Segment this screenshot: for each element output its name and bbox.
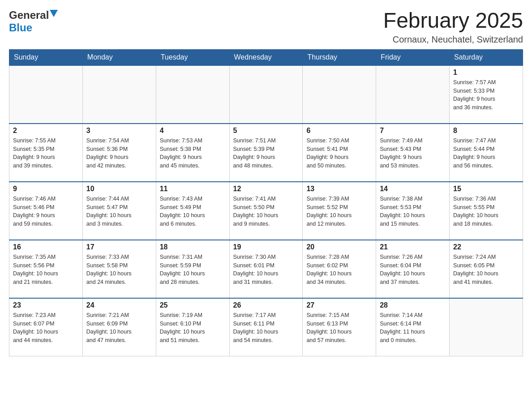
day-number: 26 (233, 301, 299, 309)
day-number: 25 (160, 301, 226, 309)
week-row-1: 1Sunrise: 7:57 AM Sunset: 5:33 PM Daylig… (9, 65, 523, 124)
day-of-week-header-friday: Friday (376, 49, 450, 65)
day-number: 5 (233, 127, 299, 135)
calendar-cell (82, 65, 156, 124)
calendar-cell (303, 65, 376, 124)
calendar-cell (156, 65, 229, 124)
day-number: 7 (380, 127, 446, 135)
day-info: Sunrise: 7:50 AM Sunset: 5:41 PM Dayligh… (306, 137, 372, 170)
day-number: 12 (233, 185, 299, 193)
day-number: 21 (380, 243, 446, 251)
calendar-cell: 12Sunrise: 7:41 AM Sunset: 5:50 PM Dayli… (229, 182, 303, 240)
title-section: February 2025 Cornaux, Neuchatel, Switze… (383, 9, 523, 45)
day-info: Sunrise: 7:35 AM Sunset: 5:56 PM Dayligh… (13, 253, 79, 287)
day-info: Sunrise: 7:31 AM Sunset: 5:59 PM Dayligh… (160, 253, 226, 287)
day-number: 24 (86, 301, 152, 309)
day-info: Sunrise: 7:41 AM Sunset: 5:50 PM Dayligh… (233, 195, 299, 228)
location-text: Cornaux, Neuchatel, Switzerland (383, 34, 523, 45)
day-of-week-header-tuesday: Tuesday (156, 49, 229, 65)
day-number: 6 (306, 127, 372, 135)
calendar-cell: 27Sunrise: 7:15 AM Sunset: 6:13 PM Dayli… (303, 298, 376, 356)
day-info: Sunrise: 7:33 AM Sunset: 5:58 PM Dayligh… (86, 253, 152, 287)
day-info: Sunrise: 7:51 AM Sunset: 5:39 PM Dayligh… (233, 137, 299, 170)
day-info: Sunrise: 7:39 AM Sunset: 5:52 PM Dayligh… (306, 195, 372, 228)
calendar-cell (229, 65, 303, 124)
day-info: Sunrise: 7:30 AM Sunset: 6:01 PM Dayligh… (233, 253, 299, 287)
calendar-cell: 17Sunrise: 7:33 AM Sunset: 5:58 PM Dayli… (82, 240, 156, 298)
calendar-cell: 22Sunrise: 7:24 AM Sunset: 6:05 PM Dayli… (450, 240, 523, 298)
week-row-5: 23Sunrise: 7:23 AM Sunset: 6:07 PM Dayli… (9, 298, 523, 356)
day-info: Sunrise: 7:46 AM Sunset: 5:46 PM Dayligh… (13, 195, 79, 228)
day-info: Sunrise: 7:53 AM Sunset: 5:38 PM Dayligh… (160, 137, 226, 170)
day-info: Sunrise: 7:26 AM Sunset: 6:04 PM Dayligh… (380, 253, 446, 287)
day-number: 1 (453, 68, 519, 77)
calendar-cell: 9Sunrise: 7:46 AM Sunset: 5:46 PM Daylig… (9, 182, 83, 240)
day-number: 16 (13, 243, 79, 251)
calendar-cell (9, 65, 83, 124)
logo-blue-text: Blue (9, 21, 32, 34)
day-number: 23 (13, 301, 79, 309)
day-number: 10 (86, 185, 152, 193)
day-number: 20 (306, 243, 372, 251)
calendar-cell: 19Sunrise: 7:30 AM Sunset: 6:01 PM Dayli… (229, 240, 303, 298)
page-header: General Blue February 2025 Cornaux, Neuc… (9, 9, 523, 45)
day-info: Sunrise: 7:14 AM Sunset: 6:14 PM Dayligh… (380, 311, 446, 345)
calendar-cell: 13Sunrise: 7:39 AM Sunset: 5:52 PM Dayli… (303, 182, 376, 240)
calendar-cell: 10Sunrise: 7:44 AM Sunset: 5:47 PM Dayli… (82, 182, 156, 240)
calendar-cell: 15Sunrise: 7:36 AM Sunset: 5:55 PM Dayli… (450, 182, 523, 240)
calendar-cell (450, 298, 523, 356)
day-number: 22 (453, 243, 519, 251)
day-number: 13 (306, 185, 372, 193)
day-number: 28 (380, 301, 446, 309)
day-info: Sunrise: 7:49 AM Sunset: 5:43 PM Dayligh… (380, 137, 446, 170)
calendar-cell: 2Sunrise: 7:55 AM Sunset: 5:35 PM Daylig… (9, 124, 83, 182)
week-row-3: 9Sunrise: 7:46 AM Sunset: 5:46 PM Daylig… (9, 182, 523, 240)
calendar-cell: 16Sunrise: 7:35 AM Sunset: 5:56 PM Dayli… (9, 240, 83, 298)
day-of-week-header-wednesday: Wednesday (229, 49, 303, 65)
logo-general-text: General (9, 9, 49, 21)
day-of-week-header-saturday: Saturday (450, 49, 523, 65)
day-info: Sunrise: 7:44 AM Sunset: 5:47 PM Dayligh… (86, 195, 152, 228)
calendar-table: SundayMondayTuesdayWednesdayThursdayFrid… (9, 49, 523, 357)
calendar-cell: 26Sunrise: 7:17 AM Sunset: 6:11 PM Dayli… (229, 298, 303, 356)
calendar-cell (376, 65, 450, 124)
day-info: Sunrise: 7:54 AM Sunset: 5:36 PM Dayligh… (86, 137, 152, 170)
day-info: Sunrise: 7:47 AM Sunset: 5:44 PM Dayligh… (453, 137, 519, 170)
calendar-cell: 20Sunrise: 7:28 AM Sunset: 6:02 PM Dayli… (303, 240, 376, 298)
day-number: 27 (306, 301, 372, 309)
day-info: Sunrise: 7:28 AM Sunset: 6:02 PM Dayligh… (306, 253, 372, 287)
calendar-cell: 23Sunrise: 7:23 AM Sunset: 6:07 PM Dayli… (9, 298, 83, 356)
calendar-cell: 5Sunrise: 7:51 AM Sunset: 5:39 PM Daylig… (229, 124, 303, 182)
calendar-cell: 14Sunrise: 7:38 AM Sunset: 5:53 PM Dayli… (376, 182, 450, 240)
calendar-cell: 1Sunrise: 7:57 AM Sunset: 5:33 PM Daylig… (450, 65, 523, 124)
logo: General Blue (9, 9, 58, 34)
logo-arrow-icon (50, 10, 58, 20)
calendar-cell: 8Sunrise: 7:47 AM Sunset: 5:44 PM Daylig… (450, 124, 523, 182)
day-info: Sunrise: 7:38 AM Sunset: 5:53 PM Dayligh… (380, 195, 446, 228)
day-of-week-header-monday: Monday (82, 49, 156, 65)
day-number: 11 (160, 185, 226, 193)
week-row-4: 16Sunrise: 7:35 AM Sunset: 5:56 PM Dayli… (9, 240, 523, 298)
calendar-cell: 24Sunrise: 7:21 AM Sunset: 6:09 PM Dayli… (82, 298, 156, 356)
day-info: Sunrise: 7:19 AM Sunset: 6:10 PM Dayligh… (160, 311, 226, 345)
day-number: 17 (86, 243, 152, 251)
day-number: 3 (86, 127, 152, 135)
day-info: Sunrise: 7:17 AM Sunset: 6:11 PM Dayligh… (233, 311, 299, 345)
calendar-cell: 11Sunrise: 7:43 AM Sunset: 5:49 PM Dayli… (156, 182, 229, 240)
calendar-cell: 7Sunrise: 7:49 AM Sunset: 5:43 PM Daylig… (376, 124, 450, 182)
day-number: 8 (453, 127, 519, 135)
calendar-cell: 4Sunrise: 7:53 AM Sunset: 5:38 PM Daylig… (156, 124, 229, 182)
day-number: 14 (380, 185, 446, 193)
day-number: 15 (453, 185, 519, 193)
day-info: Sunrise: 7:57 AM Sunset: 5:33 PM Dayligh… (453, 78, 519, 112)
calendar-cell: 21Sunrise: 7:26 AM Sunset: 6:04 PM Dayli… (376, 240, 450, 298)
calendar-cell: 25Sunrise: 7:19 AM Sunset: 6:10 PM Dayli… (156, 298, 229, 356)
day-info: Sunrise: 7:36 AM Sunset: 5:55 PM Dayligh… (453, 195, 519, 228)
days-of-week-row: SundayMondayTuesdayWednesdayThursdayFrid… (9, 49, 523, 65)
day-of-week-header-sunday: Sunday (9, 49, 83, 65)
calendar-cell: 18Sunrise: 7:31 AM Sunset: 5:59 PM Dayli… (156, 240, 229, 298)
day-number: 4 (160, 127, 226, 135)
month-title: February 2025 (383, 9, 523, 33)
day-info: Sunrise: 7:15 AM Sunset: 6:13 PM Dayligh… (306, 311, 372, 345)
calendar-cell: 6Sunrise: 7:50 AM Sunset: 5:41 PM Daylig… (303, 124, 376, 182)
